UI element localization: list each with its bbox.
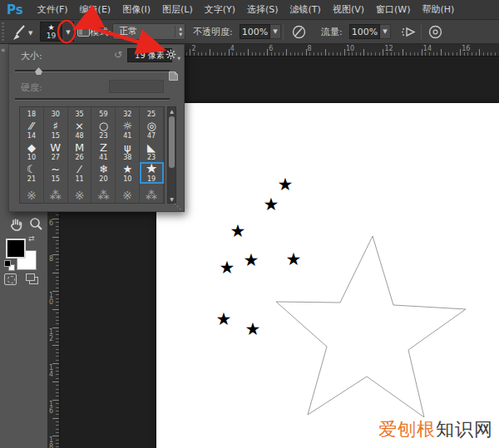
brush-preset-cell[interactable]: ※ xyxy=(68,184,92,203)
watermark-part1: 爱刨根 xyxy=(378,419,436,440)
brush-preset-cell[interactable]: 18 xyxy=(20,107,44,119)
airbrush-icon[interactable] xyxy=(400,24,417,40)
brush-grid-scrollbar[interactable]: ▲ ▼ xyxy=(167,106,176,204)
brush-tip-icon: ☼ xyxy=(116,119,139,132)
options-bar: ▼ ★ 19 ▼ 模式: 正常 ▲▼ 不透明度: 100% ▼ 流量: 100%… xyxy=(0,20,499,44)
brush-preset-cell[interactable]: ψ38 xyxy=(116,140,140,162)
brush-preset-thumbnail[interactable]: ★ 19 xyxy=(40,22,62,42)
opacity-pressure-icon[interactable] xyxy=(291,24,307,40)
size-slider[interactable] xyxy=(15,70,170,72)
brush-preset-cell[interactable]: ⁂ xyxy=(44,184,68,203)
brush-tip-icon: ⁂ xyxy=(140,184,163,203)
flow-value[interactable]: 100% xyxy=(349,24,380,39)
toggle-brush-panel-icon[interactable] xyxy=(77,26,90,37)
hand-tool-icon[interactable] xyxy=(7,216,24,232)
brush-tip-icon: Z xyxy=(91,140,115,154)
scroll-up-icon[interactable]: ▲ xyxy=(168,108,175,114)
brush-preset-cell[interactable]: ※ xyxy=(20,184,44,203)
mode-label: 模式: xyxy=(90,20,111,44)
menu-item[interactable]: 文字(Y) xyxy=(199,0,241,20)
hardness-input-disabled xyxy=(109,80,164,93)
default-colors-icon[interactable] xyxy=(4,260,15,271)
ruler-label: 12 xyxy=(49,329,53,342)
brush-preset-cell[interactable]: ◣23 xyxy=(140,140,164,162)
brush-preset-cell-selected[interactable]: ★19 xyxy=(140,162,164,184)
foreground-color-swatch[interactable] xyxy=(6,239,26,258)
collapse-toolbar-icon[interactable]: « xyxy=(1,46,6,54)
scrollbar-thumb[interactable] xyxy=(169,116,175,168)
quick-mask-button[interactable] xyxy=(4,273,17,285)
brush-preset-cell[interactable]: ♯15 xyxy=(44,119,68,140)
menu-item[interactable]: 文件(F) xyxy=(32,0,74,20)
reset-brush-icon[interactable]: ↺ xyxy=(114,49,122,61)
swap-colors-icon[interactable]: ⇄ xyxy=(28,234,35,243)
brush-preset-cell[interactable]: 35 xyxy=(68,107,92,119)
brush-preset-cell[interactable]: ⁂ xyxy=(91,184,116,203)
brush-tool-dropdown-arrow[interactable]: ▼ xyxy=(28,30,32,37)
menu-item[interactable]: 窗口(W) xyxy=(370,0,416,20)
hardness-label: 硬度: xyxy=(21,81,42,94)
screen-mode-button[interactable] xyxy=(26,273,39,285)
brush-preset-cell[interactable]: ☾21 xyxy=(20,162,44,184)
opacity-value[interactable]: 100% xyxy=(240,24,270,39)
brush-preset-cell[interactable]: ⁄⁄14 xyxy=(20,119,44,140)
flow-dropdown-arrow[interactable]: ▼ xyxy=(380,24,391,39)
brush-tip-icon: ◣ xyxy=(140,140,163,154)
brush-preset-cell[interactable]: Z41 xyxy=(91,140,116,162)
menu-item[interactable]: 图层(L) xyxy=(156,0,199,20)
brush-size-number: 32 xyxy=(116,111,139,119)
opacity-dropdown-arrow[interactable]: ▼ xyxy=(270,24,281,39)
brush-tip-icon: ⁄⁄ xyxy=(20,119,43,132)
brush-preset-cell[interactable]: M26 xyxy=(68,140,92,162)
scroll-down-icon[interactable]: ▼ xyxy=(168,196,175,202)
brush-preset-cell[interactable]: ×48 xyxy=(68,119,92,140)
brush-preset-cell[interactable]: ~15 xyxy=(44,162,68,184)
opacity-label: 不透明度: xyxy=(193,20,233,44)
panel-resize-grip[interactable]: ⋱ xyxy=(174,202,181,210)
brush-preset-picker-button[interactable]: ▼ xyxy=(63,22,74,42)
menu-item[interactable]: 选择(S) xyxy=(241,0,284,20)
brush-preset-cell[interactable]: ◆10 xyxy=(20,140,44,162)
brush-preset-cell[interactable]: 25 xyxy=(140,107,164,119)
menu-item[interactable]: 滤镜(T) xyxy=(284,0,327,20)
brush-preset-cell[interactable]: ○23 xyxy=(91,119,116,140)
zoom-tool-icon[interactable] xyxy=(28,216,44,232)
options-bar-grip xyxy=(2,22,4,41)
brush-tip-icon: × xyxy=(68,119,91,132)
brush-size-number: 41 xyxy=(116,132,139,140)
brush-preset-cell[interactable]: W27 xyxy=(44,140,68,162)
create-new-brush-icon[interactable] xyxy=(168,71,179,81)
size-slider-thumb[interactable] xyxy=(35,67,42,75)
brush-preset-cell[interactable]: 30 xyxy=(44,107,68,119)
brush-preset-cell[interactable]: 32 xyxy=(116,107,140,119)
ruler-label: 4 xyxy=(230,45,235,52)
brush-tip-icon: ◆ xyxy=(20,140,43,154)
brush-size-number: 19 xyxy=(140,175,163,184)
brush-preset-cell[interactable]: 59 xyxy=(91,107,116,119)
canvas-document[interactable]: ★★★★★★★★ 爱刨根知识网 xyxy=(156,103,499,448)
brush-preset-picker-panel: 大小: ↺ 19 像素 ▼ 硬度: 183035593225⁄⁄14♯15×48… xyxy=(8,44,185,212)
brush-preset-cell[interactable]: ⁂ xyxy=(140,184,164,203)
menu-item[interactable]: 编辑(E) xyxy=(74,0,117,20)
brush-tip-icon: ♯ xyxy=(44,119,67,132)
brush-preset-cell[interactable]: ★10 xyxy=(116,162,140,184)
ruler-label: 8 xyxy=(308,45,312,52)
brush-size-number: 48 xyxy=(68,132,91,140)
brush-tip-icon: ⁂ xyxy=(44,184,67,203)
size-pressure-icon[interactable] xyxy=(427,24,443,40)
brush-tip-icon: ψ xyxy=(116,140,139,154)
painted-star: ★ xyxy=(264,196,279,214)
brush-preset-cell[interactable]: ※ xyxy=(116,184,140,203)
hardness-slider xyxy=(15,98,170,101)
panel-menu-button[interactable]: ▼ xyxy=(166,49,180,61)
brush-preset-cell[interactable]: ◎47 xyxy=(140,119,164,140)
menu-item[interactable]: 图像(I) xyxy=(116,0,156,20)
menu-item[interactable]: 帮助(H) xyxy=(416,0,460,20)
brush-tool-icon[interactable] xyxy=(8,23,27,42)
menu-item[interactable]: 视图(V) xyxy=(327,0,370,20)
brush-preset-cell[interactable]: ❄20 xyxy=(91,162,116,184)
brush-preset-cell[interactable]: ☼41 xyxy=(116,119,140,140)
brush-tip-icon: ※ xyxy=(116,184,139,203)
brush-preset-cell[interactable]: ⁄11 xyxy=(68,162,92,184)
mode-select[interactable]: 正常 ▲▼ xyxy=(112,23,185,40)
